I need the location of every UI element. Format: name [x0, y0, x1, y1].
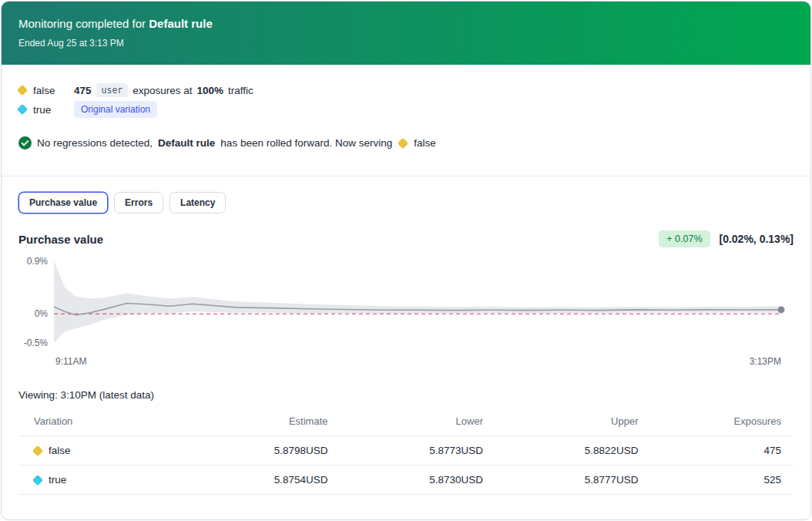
exposure-text-mid: exposures at: [133, 85, 192, 96]
col-header-upper: Upper: [483, 407, 639, 435]
row-variation-cell: true: [18, 466, 173, 494]
confidence-interval: [0.02%, 0.13%]: [720, 233, 794, 245]
variation-true-label: true: [33, 104, 51, 116]
metric-title: Purchase value: [18, 233, 103, 246]
serving-variation-diamond-icon: [398, 137, 408, 148]
banner-title: Monitoring completed for Default rule: [18, 17, 794, 30]
row-exposures: 525: [639, 466, 794, 494]
exposure-row-false: false 475 user exposures at 100% traffic: [18, 82, 794, 99]
metric-stats: + 0.07% [0.02%, 0.13%]: [659, 230, 794, 247]
original-variation-badge: Original variation: [74, 101, 157, 118]
row-estimate: 5.8798USD: [173, 436, 328, 465]
metric-tabs: Purchase value Errors Latency: [2, 176, 810, 213]
col-header-lower: Lower: [328, 407, 484, 435]
banner-title-prefix: Monitoring completed for: [18, 17, 149, 30]
exposure-count: 475: [74, 85, 92, 96]
svg-text:0.9%: 0.9%: [27, 256, 49, 267]
table-row: true 5.8754USD 5.8730USD 5.8777USD 525: [18, 466, 794, 495]
row-exposures: 475: [639, 436, 794, 465]
exposure-summary-text: 475 user exposures at 100% traffic: [74, 83, 253, 97]
viewing-status: Viewing: 3:10PM (latest data): [2, 369, 810, 401]
svg-text:0%: 0%: [35, 308, 49, 319]
monitoring-card: Monitoring completed for Default rule En…: [1, 1, 811, 520]
col-header-exposures: Exposures: [639, 407, 794, 435]
col-header-variation: Variation: [18, 407, 173, 435]
change-badge: + 0.07%: [659, 230, 710, 247]
serving-variation-label: false: [414, 137, 436, 149]
tab-purchase-value[interactable]: Purchase value: [18, 192, 108, 213]
table-header-row: Variation Estimate Lower Upper Exposures: [18, 407, 794, 436]
row-variation-label: false: [49, 445, 71, 456]
row-upper: 5.8822USD: [483, 436, 639, 465]
metric-header: Purchase value + 0.07% [0.02%, 0.13%]: [2, 213, 810, 247]
row-lower: 5.8730USD: [328, 466, 484, 494]
tab-latency[interactable]: Latency: [169, 192, 226, 213]
result-rule-name: Default rule: [158, 137, 215, 149]
row-lower: 5.8773USD: [328, 436, 484, 465]
unit-badge: user: [96, 83, 129, 97]
svg-text:9:11AM: 9:11AM: [55, 356, 86, 367]
variation-true-diamond-icon: [17, 104, 28, 115]
row-upper: 5.8777USD: [483, 466, 639, 494]
check-circle-icon: [18, 136, 32, 150]
variation-false-label: false: [33, 85, 55, 96]
exposure-text-end: traffic: [228, 85, 253, 96]
exposure-row-true: true Original variation: [18, 101, 794, 118]
result-row: No regressions detected, Default rule ha…: [18, 136, 794, 176]
banner-subtitle: Ended Aug 25 at 3:13 PM: [18, 38, 794, 49]
svg-text:-0.5%: -0.5%: [24, 338, 49, 348]
row-variation-cell: false: [18, 436, 173, 465]
result-text-2: has been rolled forward. Now serving: [220, 137, 392, 149]
variation-false: false: [18, 85, 74, 96]
row-estimate: 5.8754USD: [173, 466, 328, 494]
variation-true-diamond-icon: [32, 474, 43, 485]
row-variation-label: true: [49, 474, 66, 486]
confidence-band-chart[interactable]: 0.9%0%-0.5%9:11AM3:13PM: [18, 252, 795, 369]
col-header-estimate: Estimate: [173, 407, 328, 435]
svg-text:3:13PM: 3:13PM: [750, 356, 781, 367]
results-table: Variation Estimate Lower Upper Exposures…: [18, 407, 794, 495]
variation-false-diamond-icon: [17, 85, 28, 96]
summary-section: false 475 user exposures at 100% traffic…: [2, 65, 810, 176]
metric-chart: 0.9%0%-0.5%9:11AM3:13PM: [2, 247, 810, 369]
banner-title-rule-name: Default rule: [149, 17, 213, 30]
completion-banner: Monitoring completed for Default rule En…: [2, 2, 810, 65]
variation-true: true: [18, 104, 74, 116]
table-row: false 5.8798USD 5.8773USD 5.8822USD 475: [18, 436, 794, 466]
tab-errors[interactable]: Errors: [114, 192, 163, 213]
variation-false-diamond-icon: [32, 445, 43, 455]
traffic-percent: 100%: [197, 85, 224, 96]
result-text-1: No regressions detected,: [37, 137, 153, 149]
